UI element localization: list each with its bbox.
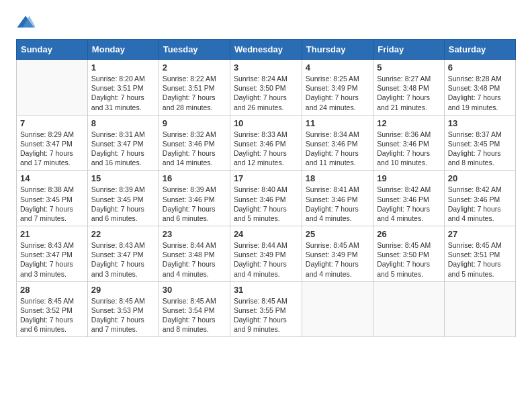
day-info: Sunrise: 8:43 AMSunset: 3:47 PMDaylight:… [20,240,84,279]
calendar-cell: 31Sunrise: 8:45 AMSunset: 3:55 PMDayligh… [230,281,302,337]
day-number: 6 [448,62,512,73]
day-info: Sunrise: 8:33 AMSunset: 3:46 PMDaylight:… [234,130,298,168]
day-info: Sunrise: 8:44 AMSunset: 3:49 PMDaylight:… [234,240,298,279]
calendar-cell [302,281,373,337]
calendar-cell: 14Sunrise: 8:38 AMSunset: 3:45 PMDayligh… [17,171,88,226]
day-number: 4 [306,62,369,73]
day-number: 15 [91,173,155,183]
calendar-cell: 29Sunrise: 8:45 AMSunset: 3:53 PMDayligh… [87,281,159,337]
calendar-cell: 18Sunrise: 8:41 AMSunset: 3:46 PMDayligh… [302,171,373,226]
day-number: 17 [234,173,298,183]
calendar-cell: 10Sunrise: 8:33 AMSunset: 3:46 PMDayligh… [230,115,302,171]
day-info: Sunrise: 8:29 AMSunset: 3:47 PMDaylight:… [20,130,84,168]
day-number: 21 [20,229,84,239]
calendar-week-5: 28Sunrise: 8:45 AMSunset: 3:52 PMDayligh… [17,281,516,337]
day-number: 30 [163,285,226,295]
day-info: Sunrise: 8:39 AMSunset: 3:46 PMDaylight:… [163,185,226,223]
calendar-cell: 24Sunrise: 8:44 AMSunset: 3:49 PMDayligh… [230,226,302,282]
day-number: 23 [163,229,226,239]
calendar-cell [444,281,515,337]
day-info: Sunrise: 8:40 AMSunset: 3:46 PMDaylight:… [234,185,298,223]
day-number: 16 [163,173,226,183]
day-number: 7 [20,118,84,128]
day-number: 8 [91,118,155,128]
day-info: Sunrise: 8:22 AMSunset: 3:51 PMDaylight:… [163,74,226,112]
day-info: Sunrise: 8:34 AMSunset: 3:46 PMDaylight:… [306,130,369,168]
calendar-cell: 25Sunrise: 8:45 AMSunset: 3:49 PMDayligh… [302,226,373,282]
day-number: 11 [306,118,369,128]
calendar-week-4: 21Sunrise: 8:43 AMSunset: 3:47 PMDayligh… [17,226,516,282]
day-info: Sunrise: 8:45 AMSunset: 3:54 PMDaylight:… [163,296,226,334]
calendar-cell: 8Sunrise: 8:31 AMSunset: 3:47 PMDaylight… [87,115,159,171]
calendar-cell: 17Sunrise: 8:40 AMSunset: 3:46 PMDayligh… [230,171,302,226]
calendar-cell: 21Sunrise: 8:43 AMSunset: 3:47 PMDayligh… [17,226,88,282]
calendar-header-tuesday: Tuesday [159,40,230,60]
day-number: 20 [448,173,512,183]
calendar-header-sunday: Sunday [17,40,88,60]
day-info: Sunrise: 8:45 AMSunset: 3:55 PMDaylight:… [234,296,298,334]
day-info: Sunrise: 8:42 AMSunset: 3:46 PMDaylight:… [448,185,512,223]
day-number: 22 [91,229,155,239]
calendar-cell: 22Sunrise: 8:43 AMSunset: 3:47 PMDayligh… [87,226,159,282]
day-number: 24 [234,229,298,239]
day-number: 14 [20,173,84,183]
calendar-header-row: SundayMondayTuesdayWednesdayThursdayFrid… [17,40,516,60]
day-number: 27 [448,229,512,239]
day-info: Sunrise: 8:36 AMSunset: 3:46 PMDaylight:… [377,130,441,168]
calendar-cell: 27Sunrise: 8:45 AMSunset: 3:51 PMDayligh… [444,226,515,282]
day-info: Sunrise: 8:41 AMSunset: 3:46 PMDaylight:… [306,185,369,223]
day-info: Sunrise: 8:45 AMSunset: 3:53 PMDaylight:… [91,296,155,334]
calendar-cell: 20Sunrise: 8:42 AMSunset: 3:46 PMDayligh… [444,171,515,226]
day-number: 2 [163,62,226,73]
calendar-week-1: 1Sunrise: 8:20 AMSunset: 3:51 PMDaylight… [17,60,516,116]
logo [16,13,38,32]
day-number: 31 [234,285,298,295]
day-info: Sunrise: 8:42 AMSunset: 3:46 PMDaylight:… [377,185,441,223]
header [16,13,516,32]
calendar-cell [17,60,88,116]
day-info: Sunrise: 8:27 AMSunset: 3:48 PMDaylight:… [377,74,441,112]
calendar-cell: 12Sunrise: 8:36 AMSunset: 3:46 PMDayligh… [373,115,445,171]
calendar-week-2: 7Sunrise: 8:29 AMSunset: 3:47 PMDaylight… [17,115,516,171]
day-number: 29 [91,285,155,295]
day-number: 1 [91,62,155,73]
day-info: Sunrise: 8:24 AMSunset: 3:50 PMDaylight:… [234,74,298,112]
day-info: Sunrise: 8:28 AMSunset: 3:48 PMDaylight:… [448,74,512,112]
calendar-header-wednesday: Wednesday [230,40,302,60]
calendar-table: SundayMondayTuesdayWednesdayThursdayFrid… [16,39,516,337]
calendar-week-3: 14Sunrise: 8:38 AMSunset: 3:45 PMDayligh… [17,171,516,226]
day-info: Sunrise: 8:37 AMSunset: 3:45 PMDaylight:… [448,130,512,168]
calendar-header-saturday: Saturday [444,40,515,60]
calendar-cell: 19Sunrise: 8:42 AMSunset: 3:46 PMDayligh… [373,171,445,226]
day-info: Sunrise: 8:25 AMSunset: 3:49 PMDaylight:… [306,74,369,112]
calendar-cell [373,281,445,337]
calendar-cell: 6Sunrise: 8:28 AMSunset: 3:48 PMDaylight… [444,60,515,116]
calendar-cell: 15Sunrise: 8:39 AMSunset: 3:45 PMDayligh… [87,171,159,226]
day-info: Sunrise: 8:45 AMSunset: 3:51 PMDaylight:… [448,240,512,279]
day-number: 26 [377,229,441,239]
calendar-cell: 23Sunrise: 8:44 AMSunset: 3:48 PMDayligh… [159,226,230,282]
day-info: Sunrise: 8:20 AMSunset: 3:51 PMDaylight:… [91,74,155,112]
calendar-cell: 16Sunrise: 8:39 AMSunset: 3:46 PMDayligh… [159,171,230,226]
calendar-cell: 28Sunrise: 8:45 AMSunset: 3:52 PMDayligh… [17,281,88,337]
day-number: 19 [377,173,441,183]
calendar-cell: 5Sunrise: 8:27 AMSunset: 3:48 PMDaylight… [373,60,445,116]
calendar-cell: 3Sunrise: 8:24 AMSunset: 3:50 PMDaylight… [230,60,302,116]
day-number: 5 [377,62,441,73]
calendar-cell: 26Sunrise: 8:45 AMSunset: 3:50 PMDayligh… [373,226,445,282]
day-info: Sunrise: 8:31 AMSunset: 3:47 PMDaylight:… [91,130,155,168]
day-number: 28 [20,285,84,295]
day-info: Sunrise: 8:39 AMSunset: 3:45 PMDaylight:… [91,185,155,223]
calendar-header-thursday: Thursday [302,40,373,60]
calendar-cell: 30Sunrise: 8:45 AMSunset: 3:54 PMDayligh… [159,281,230,337]
day-info: Sunrise: 8:43 AMSunset: 3:47 PMDaylight:… [91,240,155,279]
calendar-cell: 13Sunrise: 8:37 AMSunset: 3:45 PMDayligh… [444,115,515,171]
logo-icon [16,13,35,32]
calendar-body: 1Sunrise: 8:20 AMSunset: 3:51 PMDaylight… [17,60,516,337]
calendar-cell: 11Sunrise: 8:34 AMSunset: 3:46 PMDayligh… [302,115,373,171]
day-number: 13 [448,118,512,128]
day-info: Sunrise: 8:38 AMSunset: 3:45 PMDaylight:… [20,185,84,223]
calendar-header-friday: Friday [373,40,445,60]
day-number: 18 [306,173,369,183]
calendar-header-monday: Monday [87,40,159,60]
